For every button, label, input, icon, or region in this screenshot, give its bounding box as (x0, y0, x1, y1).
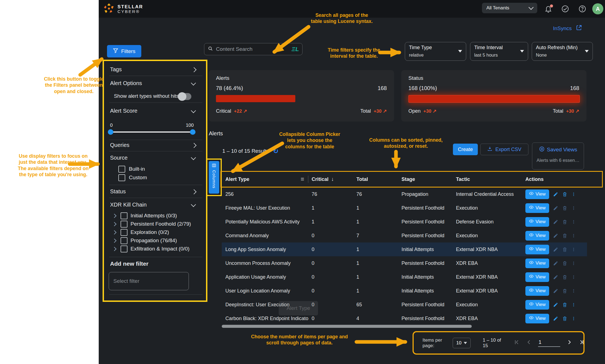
more-options-kebab-icon[interactable] (571, 220, 576, 224)
table-row[interactable]: Long App Session Anomaly01Initial Attemp… (222, 242, 587, 256)
column-header-total[interactable]: Total (356, 176, 368, 182)
edit-pencil-icon[interactable] (553, 261, 558, 266)
checkbox-exploration[interactable] (121, 229, 127, 236)
more-options-kebab-icon[interactable] (571, 233, 576, 238)
view-button[interactable]: View (525, 259, 549, 268)
table-row[interactable]: DeepInstinct: User Execution065Persisten… (222, 298, 587, 312)
more-options-kebab-icon[interactable] (571, 192, 576, 197)
notifications-bell-icon[interactable] (543, 4, 553, 14)
checkbox-propagation[interactable] (121, 237, 127, 244)
table-row[interactable]: Command Anomaly07Persistent FootholdExec… (222, 229, 587, 242)
columns-picker-button[interactable]: Columns (209, 161, 219, 194)
filter-section-queries[interactable]: Queries (110, 142, 129, 148)
view-button[interactable]: View (525, 314, 549, 323)
checkbox-built-in[interactable] (118, 166, 125, 173)
view-button[interactable]: View (525, 189, 549, 199)
time-type-dropdown[interactable]: Time Type relative (405, 42, 466, 61)
table-row[interactable]: User Login Location Anomaly01Initial Att… (222, 284, 587, 298)
checkbox-exfiltration-impact[interactable] (121, 246, 127, 252)
horizontal-scrollbar[interactable] (222, 325, 472, 328)
edit-pencil-icon[interactable] (553, 247, 558, 252)
table-row[interactable]: Fireeye MAL: User Execution11Persistent … (222, 201, 587, 215)
column-header-critical[interactable]: Critical (312, 176, 328, 182)
auto-refresh-dropdown[interactable]: Auto Refresh (Min) None (532, 42, 593, 61)
edit-pencil-icon[interactable] (553, 192, 558, 197)
view-button[interactable]: View (525, 231, 549, 241)
edit-pencil-icon[interactable] (553, 288, 558, 294)
table-row[interactable]: Carbon Black: XDR Endpoint Indicato04Per… (222, 312, 587, 325)
external-link-icon[interactable] (576, 24, 582, 32)
slider-handle-min[interactable] (108, 129, 113, 135)
column-menu-icon[interactable]: ≡ (301, 176, 304, 183)
more-options-kebab-icon[interactable] (571, 302, 576, 307)
delete-trash-icon[interactable] (562, 247, 567, 252)
edit-pencil-icon[interactable] (553, 233, 558, 238)
column-header-stage[interactable]: Stage (401, 176, 415, 182)
delete-trash-icon[interactable] (562, 219, 567, 225)
more-options-kebab-icon[interactable] (571, 261, 576, 266)
help-icon[interactable] (577, 4, 587, 14)
export-csv-button[interactable]: Export CSV (480, 144, 528, 155)
delete-trash-icon[interactable] (562, 192, 567, 197)
view-button[interactable]: View (525, 272, 549, 282)
filter-section-source[interactable]: Source (110, 155, 127, 161)
view-button[interactable]: View (525, 217, 549, 227)
more-options-kebab-icon[interactable] (571, 206, 576, 210)
insyncs-link[interactable]: InSyncs (553, 25, 572, 31)
more-options-kebab-icon[interactable] (571, 289, 576, 293)
time-interval-dropdown[interactable]: Time Interval last 5 hours (470, 42, 528, 61)
delete-trash-icon[interactable] (562, 288, 567, 294)
checkbox-custom[interactable] (118, 174, 125, 181)
table-row[interactable]: Uncommon Process Anomaly01Persistent Foo… (222, 256, 587, 270)
saved-views-dropdown[interactable]: Saved Views Alerts with 6 essen… (532, 143, 584, 170)
tenant-selector[interactable]: All Tenants (482, 3, 537, 13)
edit-pencil-icon[interactable] (553, 205, 558, 211)
filter-section-tags[interactable]: Tags (110, 66, 122, 73)
table-row[interactable]: 2567676PropagationInternal Credential Ac… (222, 187, 587, 201)
content-search[interactable]: ΞL (204, 43, 302, 55)
table-row[interactable]: Application Usage Anomaly01Initial Attem… (222, 270, 587, 284)
more-options-kebab-icon[interactable] (571, 247, 576, 252)
column-header-alert-type[interactable]: Alert Type (225, 176, 249, 182)
delete-trash-icon[interactable] (562, 275, 567, 280)
tasks-check-icon[interactable] (560, 4, 570, 14)
next-page-button[interactable] (566, 339, 572, 347)
more-options-kebab-icon[interactable] (571, 275, 576, 279)
column-header-tactic[interactable]: Tactic (456, 176, 470, 182)
select-filter-input[interactable] (109, 272, 189, 290)
delete-trash-icon[interactable] (562, 233, 567, 238)
view-button[interactable]: View (525, 245, 549, 254)
filter-section-xdr-kill-chain[interactable]: XDR Kill Chain (110, 202, 147, 208)
delete-trash-icon[interactable] (562, 302, 567, 307)
delete-trash-icon[interactable] (562, 316, 567, 321)
previous-page-button[interactable] (526, 339, 532, 347)
slider-handle-max[interactable] (190, 129, 195, 135)
show-alert-types-toggle[interactable] (178, 93, 191, 100)
table-row[interactable]: Potentially Malicious AWS Activity11Pers… (222, 215, 587, 229)
delete-trash-icon[interactable] (562, 261, 567, 266)
first-page-button[interactable] (514, 339, 520, 347)
edit-pencil-icon[interactable] (553, 302, 558, 307)
alert-score-slider[interactable] (110, 131, 193, 133)
delete-trash-icon[interactable] (562, 205, 567, 211)
view-button[interactable]: View (525, 203, 549, 213)
filter-section-status[interactable]: Status (110, 188, 126, 195)
edit-pencil-icon[interactable] (553, 275, 558, 280)
lucene-icon[interactable]: ΞL (291, 46, 299, 52)
user-avatar[interactable]: A (592, 3, 603, 14)
view-button[interactable]: View (525, 300, 549, 310)
checkbox-persistent-foothold[interactable] (121, 221, 127, 228)
filters-toggle-button[interactable]: Filters (107, 45, 141, 57)
edit-pencil-icon[interactable] (553, 316, 558, 321)
search-input[interactable] (215, 46, 289, 52)
page-number-input[interactable] (538, 339, 560, 347)
sort-descending-icon[interactable]: ↓ (331, 176, 334, 182)
create-button[interactable]: Create (453, 144, 478, 155)
checkbox-initial-attempts[interactable] (121, 212, 127, 219)
last-page-button[interactable] (578, 339, 585, 347)
filter-section-alert-score[interactable]: Alert Score (110, 108, 137, 114)
edit-pencil-icon[interactable] (553, 219, 558, 225)
more-options-kebab-icon[interactable] (571, 316, 576, 321)
view-button[interactable]: View (525, 286, 549, 296)
items-per-page-select[interactable]: 10 (453, 338, 471, 348)
